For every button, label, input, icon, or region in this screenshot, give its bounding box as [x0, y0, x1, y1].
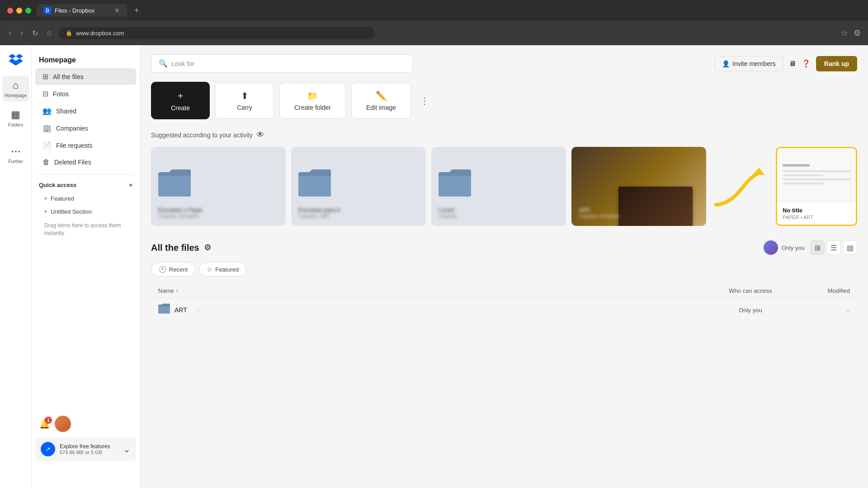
recent-tab[interactable]: 🕐 Recent [151, 262, 195, 277]
file-table: Name ↑ Who can access Modified [151, 284, 857, 322]
highlighted-doc-card[interactable]: No title PAPER • ART [776, 147, 857, 226]
carry-label: Carry [237, 104, 252, 111]
file-card-4[interactable]: ART Carpeta • Dropbox [571, 147, 706, 226]
only-you-badge: Only you [764, 240, 805, 255]
featured-icon: ☆ [207, 266, 212, 273]
storage-expand-icon[interactable]: ⌄ [123, 444, 131, 455]
edit-image-icon: ✏️ [376, 90, 387, 101]
address-text: www.dropbox.com [76, 30, 124, 37]
doc-preview-title-line [783, 164, 810, 167]
carry-icon: ⬆ [241, 90, 249, 101]
quick-access-add-icon[interactable]: + [129, 182, 132, 188]
notification-area: 🔔 1 [39, 418, 50, 429]
doc-preview-line-2 [783, 174, 823, 176]
detail-view-btn[interactable]: ▤ [843, 240, 857, 255]
carry-button[interactable]: ⬆ Carry [215, 83, 274, 119]
recent-icon: 🕐 [159, 266, 166, 273]
monitor-icon[interactable]: 🖥 [789, 60, 796, 68]
sidebar-item-fotos[interactable]: ⊟ Fotos [35, 85, 136, 102]
storage-icon: ↗ [41, 442, 55, 456]
suggested-section-header: Suggested according to your activity 👁 [151, 130, 857, 140]
sidebar-label-deleted-files: Deleted Files [54, 159, 91, 166]
new-tab-button[interactable]: + [134, 6, 139, 15]
browser-settings-icon[interactable]: ⚙ [854, 28, 861, 38]
storage-size: 674.86 MB or 5 GB [60, 450, 110, 455]
quick-access-header[interactable]: Quick access + [32, 178, 140, 192]
table-row[interactable]: ART ☆ Only you -- [151, 298, 857, 322]
nav-home-btn[interactable]: ⌂ [45, 27, 53, 39]
file-card-1[interactable]: Escuelas o Pipar Carpeta • Dropbox [151, 147, 286, 226]
rank-up-button[interactable]: Rank up [816, 56, 857, 71]
storage-label: Explore free features [60, 443, 110, 450]
top-actions: 👤 Invite members 🖥 ❓ Rank up [714, 56, 857, 71]
fotos-icon: ⊟ [42, 89, 48, 98]
sidebar-item-file-requests[interactable]: 📄 File requests [35, 137, 136, 154]
all-files-settings-icon[interactable]: ⚙ [204, 243, 211, 253]
tab-close-btn[interactable]: ✕ [114, 7, 120, 14]
deleted-files-icon: 🗑 [42, 158, 50, 166]
browser-star-icon[interactable]: ☆ [841, 28, 848, 38]
sidebar-untitled-section-item[interactable]: ▾ Untitled Section [32, 205, 140, 218]
invite-members-button[interactable]: 👤 Invite members [714, 56, 783, 71]
address-bar[interactable]: 🔒 www.dropbox.com [58, 27, 375, 39]
active-tab[interactable]: D Files - Dropbox ✕ [37, 4, 127, 17]
file-card-3[interactable]: Loctol Carpeta [431, 147, 566, 226]
file-card-4-text: ART Carpeta • Dropbox [579, 206, 699, 219]
help-icon[interactable]: ❓ [802, 59, 811, 68]
browser-action-icons: ☆ ⚙ [841, 28, 861, 38]
minimize-dot[interactable] [16, 8, 22, 14]
star-icon[interactable]: ☆ [195, 306, 202, 314]
further-icon: ⋯ [11, 145, 21, 157]
create-label: Create [171, 104, 190, 112]
featured-tab[interactable]: ☆ Featured [199, 262, 246, 277]
yellow-arrow [712, 164, 770, 209]
sidebar-item-companies[interactable]: 🏢 Companies [35, 120, 136, 136]
nav-folders-item[interactable]: ▦ Folders [2, 105, 29, 131]
nav-back-btn[interactable]: ‹ [7, 27, 13, 39]
all-files-title-area: All the files ⚙ [151, 243, 211, 253]
close-dot[interactable] [7, 8, 13, 14]
home-label: Homepage [5, 93, 27, 98]
edit-image-label: Edit image [366, 104, 396, 111]
sidebar-label-file-requests: File requests [56, 142, 92, 149]
storage-info-bar[interactable]: ↗ Explore free features 674.86 MB or 5 G… [35, 437, 136, 461]
list-view-btn[interactable]: ☰ [826, 240, 841, 255]
address-lock-icon: 🔒 [66, 30, 72, 36]
sidebar-item-all-files[interactable]: ⊞ All the files [35, 68, 136, 85]
browser-address-bar: ‹ › ↻ ⌂ 🔒 www.dropbox.com ☆ ⚙ [0, 21, 868, 45]
file-table-header: Name ↑ Who can access Modified [151, 284, 857, 298]
file-row-modified: -- [796, 307, 850, 314]
dropbox-logo[interactable] [8, 52, 24, 69]
search-bar[interactable]: 🔍 Look for [151, 54, 413, 73]
maximize-dot[interactable] [25, 8, 31, 14]
doc-card-name: No title [783, 207, 850, 214]
app-container: ⌂ Homepage ▦ Folders ⋯ Further Homepage … [0, 45, 868, 488]
user-avatar[interactable] [55, 416, 71, 432]
grid-view-btn[interactable]: ⊞ [810, 240, 825, 255]
all-files-title-text: All the files [151, 243, 199, 253]
nav-forward-btn[interactable]: › [19, 27, 24, 39]
visibility-toggle-icon[interactable]: 👁 [256, 130, 264, 140]
file-card-4-meta: Carpeta • Dropbox [579, 213, 699, 219]
col-name-header[interactable]: Name ↑ [158, 287, 705, 294]
nav-home-item[interactable]: ⌂ Homepage [2, 76, 29, 102]
arrow-container [712, 147, 770, 226]
sidebar-title: Homepage [32, 52, 140, 68]
create-button[interactable]: ＋ Create [151, 82, 210, 119]
invite-label: Invite members [732, 60, 776, 67]
nav-refresh-btn[interactable]: ↻ [30, 27, 40, 39]
create-folder-button[interactable]: 📁 Create folder [279, 83, 346, 119]
file-folder-icon [158, 304, 170, 316]
invite-icon: 👤 [722, 60, 730, 67]
edit-image-button[interactable]: ✏️ Edit image [351, 83, 411, 119]
more-actions-button[interactable]: ⋮ [416, 93, 433, 109]
sidebar-bottom-area: 🔔 1 ↗ Explore free features 674.86 MB or… [35, 416, 136, 461]
all-files-section: All the files ⚙ Only you ⊞ ☰ ▤ [151, 240, 857, 322]
sidebar-featured-item[interactable]: ▾ Featured [32, 192, 140, 205]
sidebar-item-deleted-files[interactable]: 🗑 Deleted Files [35, 154, 136, 170]
nav-further-item[interactable]: ⋯ Further [2, 142, 29, 168]
view-toggle: ⊞ ☰ ▤ [810, 240, 857, 255]
sidebar-item-shared[interactable]: 👥 Shared [35, 103, 136, 119]
drag-hint-text: Drag items here to access them instantly [32, 218, 140, 241]
file-card-2[interactable]: Escuelas para ti Carpeta • ART [291, 147, 426, 226]
